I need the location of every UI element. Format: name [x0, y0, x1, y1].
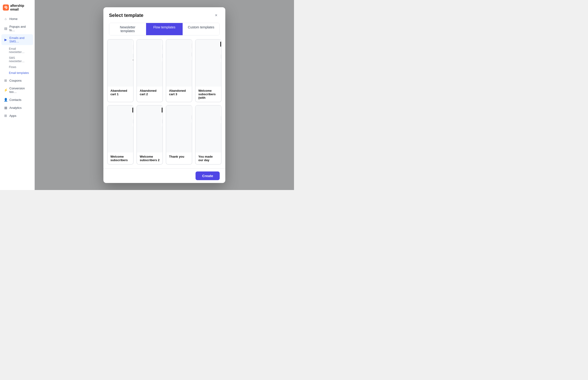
- sidebar-item-apps[interactable]: ⊞ Apps: [1, 112, 33, 119]
- sidebar-item-analytics[interactable]: ▦ Analytics: [1, 104, 33, 112]
- zap-icon: ⚡: [4, 88, 7, 92]
- layers-icon: ▤: [4, 26, 7, 30]
- template-card-abandoned-cart-2[interactable]: Your logo It looks like you didn't finis…: [136, 39, 163, 102]
- sidebar-item-apps-label: Apps: [9, 114, 17, 117]
- sidebar-sub-sms-newsletter[interactable]: SMS newsletter…: [7, 55, 32, 64]
- sidebar-item-popups[interactable]: ▤ Popups and fo…: [1, 23, 33, 34]
- template-preview-abandoned-cart-3: Your logo Hurry, your cart will expire s…: [166, 40, 192, 87]
- sidebar: aftership email ⌂ Home ▤ Popups and fo… …: [0, 0, 35, 190]
- template-card-welcome-2[interactable]: Your logo Hello! Thanks for signing up! …: [107, 105, 134, 165]
- template-name-abandoned-cart-1: Abandoned cart 1: [108, 87, 133, 98]
- template-card-welcome-3[interactable]: Your logo Hello! Thanks for signing up! …: [136, 105, 163, 165]
- sidebar-nav: ⌂ Home ▤ Popups and fo… ▶ Emails and SMS…: [0, 15, 35, 119]
- sidebar-item-coupons[interactable]: ⊞ Coupons: [1, 77, 33, 84]
- template-card-abandoned-cart-3[interactable]: Your logo Hurry, your cart will expire s…: [166, 39, 192, 102]
- tab-custom[interactable]: Custom templates: [183, 23, 220, 35]
- template-name-thank-you: Thank you: [166, 152, 192, 161]
- templates-body: "*STORE_NAME*" Hi "*FIRST_NAME*", you le…: [103, 39, 225, 169]
- app-logo: aftership email: [0, 2, 35, 15]
- template-card-abandoned-cart-1[interactable]: "*STORE_NAME*" Hi "*FIRST_NAME*", you le…: [107, 39, 134, 102]
- template-card-thank-you[interactable]: Your logo Thank you! Hi "*FIRST_NAME*",T…: [166, 105, 192, 165]
- modal-close-button[interactable]: ×: [213, 12, 220, 19]
- home-icon: ⌂: [4, 17, 7, 21]
- svg-point-1: [5, 7, 7, 8]
- template-preview-abandoned-cart-2: Your logo It looks like you didn't finis…: [137, 40, 163, 87]
- template-preview-welcome-coupon: Your logo Hello! Thanks for signing up! …: [196, 40, 221, 87]
- template-name-welcome-coupon: Welcome subscribers (with: [196, 87, 221, 102]
- template-name-you-made-our-day: You made our day: [196, 152, 221, 164]
- sidebar-sub-flows[interactable]: Flows: [7, 64, 32, 70]
- sidebar-item-contacts[interactable]: 👤 Contacts: [1, 96, 33, 103]
- modal-overlay: Select template × Newsletter templates F…: [35, 0, 294, 190]
- template-name-welcome-2: Welcome subscribers: [108, 152, 133, 164]
- template-preview-abandoned-cart-1: "*STORE_NAME*" Hi "*FIRST_NAME*", you le…: [108, 40, 133, 87]
- template-card-welcome-coupon[interactable]: Your logo Hello! Thanks for signing up! …: [195, 39, 221, 102]
- tab-flow[interactable]: Flow templates: [146, 23, 183, 35]
- template-name-abandoned-cart-3: Abandoned cart 3: [166, 87, 192, 98]
- template-preview-welcome-2: Your logo Hello! Thanks for signing up! …: [108, 106, 133, 152]
- sidebar-item-home[interactable]: ⌂ Home: [1, 15, 33, 22]
- app-name-text: aftership email: [10, 4, 32, 11]
- template-card-you-made-our-day[interactable]: Your logo You made our day Hi "*FIRST_NA…: [195, 105, 221, 165]
- create-button[interactable]: Create: [196, 171, 220, 180]
- template-preview-welcome-3: Your logo Hello! Thanks for signing up! …: [137, 106, 163, 152]
- sidebar-item-emails[interactable]: ▶ Emails and SMS…: [1, 34, 33, 45]
- template-name-welcome-3: Welcome subscribers 2: [137, 152, 163, 164]
- sidebar-item-emails-label: Emails and SMS…: [9, 36, 31, 43]
- sidebar-item-popups-label: Popups and fo…: [9, 25, 31, 32]
- sidebar-item-coupons-label: Coupons: [9, 79, 21, 82]
- select-template-modal: Select template × Newsletter templates F…: [103, 7, 225, 183]
- modal-footer: Create: [103, 169, 225, 183]
- sidebar-item-home-label: Home: [9, 17, 18, 21]
- modal-title: Select template: [109, 13, 144, 18]
- templates-grid: "*STORE_NAME*" Hi "*FIRST_NAME*", you le…: [107, 39, 221, 165]
- tab-newsletter[interactable]: Newsletter templates: [109, 23, 146, 35]
- sidebar-item-conversion-label: Conversion too…: [9, 87, 31, 94]
- grid-icon: ⊞: [4, 114, 7, 117]
- sidebar-sub-email-templates[interactable]: Email templates: [7, 70, 32, 76]
- template-preview-thank-you: Your logo Thank you! Hi "*FIRST_NAME*",T…: [166, 106, 192, 152]
- sidebar-item-analytics-label: Analytics: [9, 106, 21, 110]
- sidebar-item-conversion[interactable]: ⚡ Conversion too…: [1, 85, 33, 95]
- tag-icon: ⊞: [4, 78, 7, 82]
- bar-chart-icon: ▦: [4, 106, 7, 110]
- template-tabs: Newsletter templates Flow templates Cust…: [109, 23, 220, 36]
- users-icon: 👤: [4, 98, 7, 102]
- sidebar-sub-email-newsletter[interactable]: Email newsletter…: [7, 46, 32, 55]
- modal-header: Select template ×: [103, 7, 225, 23]
- template-name-abandoned-cart-2: Abandoned cart 2: [137, 87, 163, 98]
- sidebar-item-contacts-label: Contacts: [9, 98, 21, 102]
- sidebar-sub-nav: Email newsletter… SMS newsletter… Flows …: [1, 45, 33, 76]
- send-icon: ▶: [4, 38, 7, 41]
- tabs-container: Newsletter templates Flow templates Cust…: [103, 23, 225, 39]
- template-preview-you-made-our-day: Your logo You made our day Hi "*FIRST_NA…: [196, 106, 221, 152]
